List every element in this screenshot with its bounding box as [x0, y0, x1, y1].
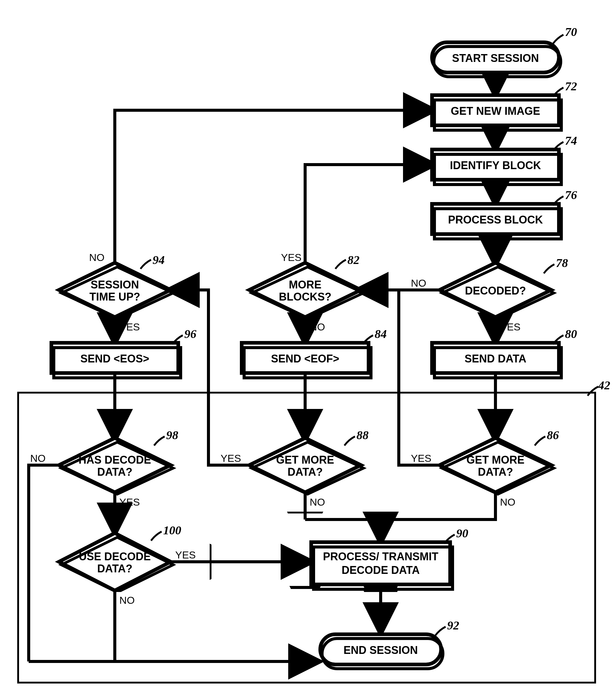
node-label: DATA?: [97, 562, 133, 575]
branch-label: YES: [500, 321, 521, 333]
branch-label: NO: [500, 496, 516, 508]
ref-label: 80: [565, 327, 577, 341]
node-decoded: DECODED? 78: [440, 256, 568, 319]
node-has-decode-data: HAS DECODE DATA? 98: [59, 428, 178, 494]
node-label: MORE: [289, 278, 321, 291]
node-session-time-up: SESSION TIME UP? 94: [59, 253, 173, 319]
branch-label: YES: [119, 496, 140, 508]
ref-label: 42: [598, 378, 610, 392]
branch-label: NO: [119, 595, 135, 606]
svg-rect-73: [21, 592, 592, 682]
ref-label: 76: [565, 188, 577, 202]
node-identify-block: IDENTIFY BLOCK 74: [432, 134, 577, 184]
ref-label: 98: [166, 428, 178, 442]
ref-label: 94: [153, 253, 165, 267]
branch-label: NO: [30, 452, 46, 464]
branch-label: NO: [310, 496, 325, 508]
ref-label: 82: [347, 253, 359, 267]
node-label: SEND DATA: [465, 352, 526, 365]
node-label: SESSION: [91, 278, 139, 291]
node-label: HAS DECODE: [79, 453, 151, 466]
node-get-new-image: GET NEW IMAGE 72: [432, 80, 577, 130]
ref-label: 92: [447, 618, 459, 632]
branch-label: YES: [221, 452, 241, 464]
node-label: USE DECODE: [79, 550, 151, 563]
ref-label: 88: [356, 428, 369, 442]
ref-label: 84: [374, 327, 387, 341]
node-label: DATA?: [288, 466, 323, 478]
branch-label: YES: [411, 452, 432, 464]
branch-label: NO: [411, 277, 426, 289]
ref-label: 90: [456, 527, 468, 540]
node-use-decode-data: USE DECODE DATA? 100: [59, 524, 181, 592]
node-more-blocks: MORE BLOCKS? 82: [249, 253, 364, 319]
ref-label: 72: [565, 80, 577, 93]
node-send-eos: SEND <EOS> 96: [51, 327, 196, 378]
node-label: SEND <EOS>: [80, 352, 149, 365]
ref-label: 96: [184, 327, 196, 341]
node-process-block: PROCESS BLOCK 76: [432, 188, 577, 239]
branch-label: YES: [175, 549, 196, 561]
node-label: END SESSION: [343, 644, 418, 656]
node-label: BLOCKS?: [279, 291, 331, 303]
ref-label: 70: [565, 25, 577, 39]
node-label: GET MORE: [466, 453, 524, 466]
node-send-eof: SEND <EOF> 84: [242, 327, 387, 378]
node-send-data: SEND DATA 80: [432, 327, 577, 378]
node-label: GET NEW IMAGE: [451, 105, 540, 117]
node-label: DATA?: [97, 466, 133, 478]
ref-label: 86: [547, 428, 559, 442]
ref-label: 100: [163, 524, 181, 537]
node-label: DECODED?: [465, 284, 526, 297]
branch-label: NO: [89, 252, 105, 263]
node-label: SEND <EOF>: [271, 352, 339, 365]
node-label: DECODE DATA: [342, 564, 420, 576]
node-label: TIME UP?: [90, 291, 140, 303]
node-label: START SESSION: [452, 52, 539, 64]
node-label: PROCESS BLOCK: [448, 213, 543, 226]
node-get-more-data-86: GET MORE DATA? 86: [440, 428, 559, 494]
node-label: DATA?: [478, 466, 513, 478]
node-label: GET MORE: [276, 453, 334, 466]
ref-label: 78: [556, 256, 568, 270]
branch-label: YES: [119, 321, 140, 333]
branch-label: NO: [310, 321, 325, 333]
node-label: IDENTIFY BLOCK: [450, 159, 541, 171]
node-get-more-data-88: GET MORE DATA? 88: [249, 428, 369, 494]
branch-label: YES: [281, 252, 301, 263]
flowchart: START SESSION 70 GET NEW IMAGE 72 IDENTI…: [0, 0, 616, 698]
node-start-session: START SESSION 70: [432, 25, 577, 77]
ref-label: 74: [565, 134, 577, 148]
node-label: PROCESS/ TRANSMIT: [323, 550, 438, 563]
